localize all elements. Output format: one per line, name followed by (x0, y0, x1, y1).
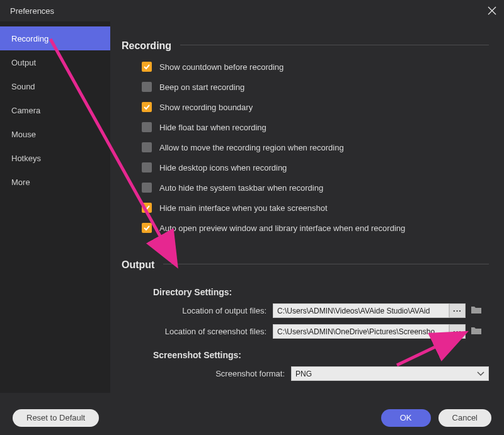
divider (163, 264, 489, 264)
check-label: Hide desktop icons when recording (159, 163, 287, 172)
check-label: Auto hide the system taskbar when record… (159, 183, 323, 193)
sidebar-item-label: Camera (11, 106, 40, 115)
checkbox-icon[interactable] (142, 183, 152, 193)
output-location-input[interactable]: C:\Users\ADMIN\Videos\AVAide Studio\AVAi… (273, 303, 449, 318)
check-row[interactable]: Allow to move the recording region when … (142, 137, 489, 157)
check-row[interactable]: Show recording boundary (142, 97, 489, 117)
ok-button[interactable]: OK (381, 409, 431, 427)
check-label: Beep on start recording (159, 82, 244, 92)
output-location-label: Location of output files: (122, 306, 273, 315)
check-row[interactable]: Beep on start recording (142, 77, 489, 97)
output-location-row: Location of output files: C:\Users\ADMIN… (122, 303, 489, 318)
screenshot-format-row: Screenshot format: PNG (122, 366, 489, 381)
check-label: Allow to move the recording region when … (159, 143, 344, 152)
check-label: Hide float bar when recording (159, 123, 266, 132)
check-row[interactable]: Auto open preview window and library int… (142, 218, 489, 238)
titlebar: Preferences (0, 0, 504, 21)
screenshot-format-label: Screenshot format: (122, 369, 291, 378)
screenshot-format-select[interactable]: PNG (291, 366, 489, 381)
checkbox-icon[interactable] (142, 82, 152, 92)
sidebar-item-recording[interactable]: Recording (0, 26, 110, 50)
sidebar: Recording Output Sound Camera Mouse Hotk… (0, 21, 110, 393)
sidebar-item-camera[interactable]: Camera (0, 98, 110, 122)
directory-settings-heading: Directory Settings: (153, 287, 489, 297)
check-row[interactable]: Hide float bar when recording (142, 117, 489, 137)
select-value: PNG (295, 370, 312, 378)
check-row[interactable]: Show countdown before recording (142, 57, 489, 77)
sidebar-item-mouse[interactable]: Mouse (0, 122, 110, 146)
check-label: Hide main interface when you take screen… (159, 203, 328, 213)
sidebar-item-label: Recording (11, 34, 49, 43)
sidebar-item-label: Output (11, 58, 36, 67)
recording-checklist: Show countdown before recording Beep on … (122, 57, 489, 238)
checkbox-icon[interactable] (142, 203, 152, 213)
window-title: Preferences (10, 6, 54, 16)
checkbox-icon[interactable] (142, 122, 152, 132)
sidebar-item-label: Sound (11, 82, 35, 91)
checkbox-icon[interactable] (142, 142, 152, 152)
body: Recording Output Sound Camera Mouse Hotk… (0, 21, 504, 393)
reset-button[interactable]: Reset to Default (13, 409, 99, 427)
sidebar-item-output[interactable]: Output (0, 50, 110, 74)
cancel-button[interactable]: Cancel (438, 409, 491, 427)
checkbox-icon[interactable] (142, 102, 152, 112)
screenshot-settings-heading: Screenshot Settings: (153, 350, 489, 360)
sidebar-item-label: Mouse (11, 130, 36, 139)
checkbox-icon[interactable] (142, 162, 152, 172)
screenshot-location-label: Location of screenshot files: (122, 327, 273, 336)
footer: Reset to Default OK Cancel (0, 400, 504, 435)
screenshot-location-input[interactable]: C:\Users\ADMIN\OneDrive\Pictures\Screens… (273, 324, 449, 339)
check-row[interactable]: Auto hide the system taskbar when record… (142, 178, 489, 198)
screenshot-location-row: Location of screenshot files: C:\Users\A… (122, 324, 489, 339)
main-panel: Recording Show countdown before recordin… (110, 21, 504, 393)
checkbox-icon[interactable] (142, 62, 152, 72)
sidebar-item-label: Hotkeys (11, 154, 41, 163)
sidebar-item-more[interactable]: More (0, 170, 110, 194)
check-label: Show countdown before recording (159, 62, 284, 72)
output-section-title: Output (122, 259, 154, 271)
folder-icon[interactable] (471, 305, 483, 317)
close-icon[interactable] (486, 5, 498, 16)
recording-section-title: Recording (122, 40, 171, 52)
browse-screenshot-button[interactable]: ··· (449, 324, 466, 339)
checkbox-icon[interactable] (142, 223, 152, 233)
chevron-down-icon (477, 370, 484, 378)
sidebar-item-hotkeys[interactable]: Hotkeys (0, 146, 110, 170)
sidebar-item-sound[interactable]: Sound (0, 74, 110, 98)
browse-output-button[interactable]: ··· (449, 303, 466, 318)
divider (180, 45, 489, 45)
check-row[interactable]: Hide main interface when you take screen… (142, 198, 489, 218)
sidebar-item-label: More (11, 178, 30, 187)
check-label: Auto open preview window and library int… (159, 223, 405, 233)
check-label: Show recording boundary (159, 103, 253, 112)
folder-icon[interactable] (471, 325, 483, 338)
check-row[interactable]: Hide desktop icons when recording (142, 157, 489, 178)
